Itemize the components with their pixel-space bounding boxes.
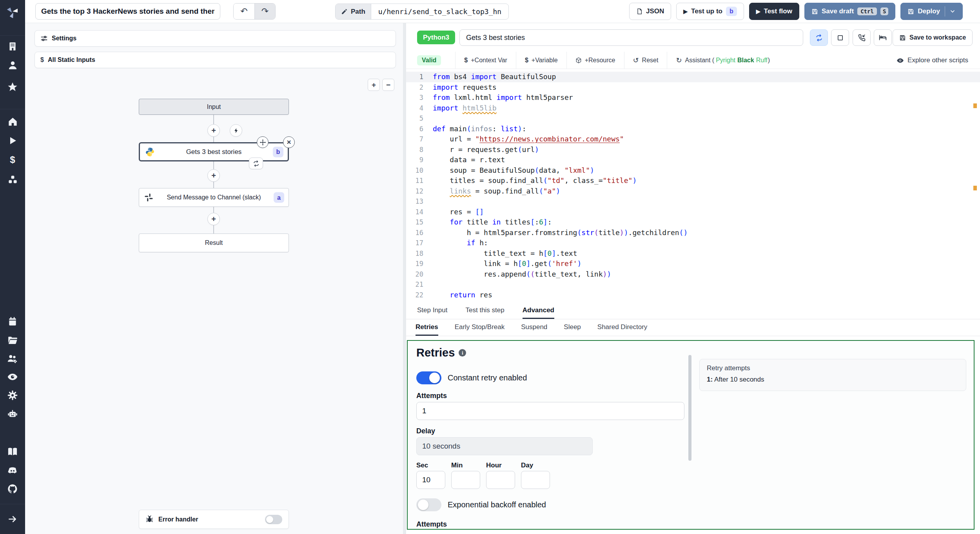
min-input[interactable] [451, 471, 480, 489]
error-handler-toggle[interactable] [265, 515, 282, 524]
runs-play-icon[interactable] [0, 132, 25, 149]
tab-suspend[interactable]: Suspend [521, 319, 547, 336]
folders-icon[interactable] [0, 331, 25, 349]
save-draft-button[interactable]: Save draft Ctrl S [804, 3, 895, 20]
path-value[interactable]: u/henri/send_to_slack_top3_hn [371, 4, 508, 19]
settings-gear-icon[interactable] [0, 387, 25, 404]
tab-step-input[interactable]: Step Input [417, 302, 448, 319]
hour-input[interactable] [486, 471, 515, 489]
step-name-input[interactable] [459, 29, 803, 46]
tab-early-stop-break[interactable]: Early Stop/Break [455, 319, 505, 336]
assistant-label: Assistant ( [685, 57, 714, 64]
favorites-star-icon[interactable] [0, 78, 25, 96]
delete-step-button[interactable]: × [283, 136, 295, 148]
discord-icon[interactable] [0, 462, 25, 479]
deploy-button[interactable]: Deploy [900, 3, 963, 20]
flow-node-step-a[interactable]: Send Message to Channel (slack) a [139, 188, 289, 207]
save-icon [811, 8, 818, 15]
variables-dollar-icon[interactable]: $ [0, 151, 25, 168]
redo-button[interactable]: ↷ [254, 4, 275, 19]
deploy-dropdown[interactable] [945, 6, 956, 16]
line-number: 12 [406, 186, 423, 197]
step-b-badge: b [273, 147, 283, 157]
exponential-backoff-toggle[interactable] [416, 498, 441, 511]
zoom-in-button[interactable]: + [368, 79, 380, 91]
undo-button[interactable]: ↶ [234, 4, 254, 19]
zoom-out-button[interactable]: − [382, 79, 394, 91]
workers-robot-icon[interactable] [0, 405, 25, 422]
flow-title-input[interactable] [35, 3, 220, 20]
users-icon[interactable] [0, 56, 25, 74]
topbar: ↶ ↷ Path u/henri/send_to_slack_top3_hn J… [25, 0, 980, 23]
add-context-var-button[interactable]: $ +Context Var [455, 52, 516, 69]
flow-node-result[interactable]: Result [139, 234, 289, 252]
attempts-label: Attempts [416, 392, 447, 400]
flow-settings-button[interactable]: Settings [34, 30, 396, 47]
retry-attempts-preview: Retry attempts 1: After 10 seconds [699, 359, 966, 391]
error-handler-card[interactable]: Error handler [139, 510, 289, 529]
assistant-button[interactable]: ↻ Assistant ( Pyright Black Ruff ) [667, 52, 779, 69]
constant-retry-toggle[interactable] [416, 371, 441, 384]
github-icon[interactable] [0, 480, 25, 498]
workspace-building-icon[interactable] [0, 38, 25, 55]
stop-square-button[interactable] [831, 29, 849, 46]
insert-step-button[interactable]: + [207, 213, 220, 225]
sec-input[interactable] [416, 471, 445, 489]
line-number: 5 [406, 113, 423, 124]
lightning-icon [233, 128, 239, 134]
resources-boxes-icon[interactable] [0, 171, 25, 188]
sleep-bed-button[interactable] [874, 29, 892, 46]
insert-step-button[interactable]: + [207, 124, 220, 137]
tab-advanced[interactable]: Advanced [523, 302, 554, 319]
editor-header: Python3 Save to workspace [406, 23, 980, 52]
phone-incoming-button[interactable] [853, 29, 871, 46]
bug-icon [145, 515, 154, 523]
audit-eye-icon[interactable] [0, 368, 25, 386]
code-line: 12 links = soup.find_all("a") [406, 186, 980, 197]
schedules-calendar-icon[interactable] [0, 313, 25, 330]
docs-book-icon[interactable] [0, 443, 25, 460]
code-editor[interactable]: 1from bs4 import BeautifulSoup2import re… [406, 69, 980, 302]
app-sidebar: $ [0, 0, 25, 534]
tab-shared-directory[interactable]: Shared Directory [597, 319, 648, 336]
expand-sidebar-arrow-icon[interactable] [0, 510, 25, 528]
test-flow-button[interactable]: ▶ Test flow [749, 3, 799, 20]
explore-other-scripts-button[interactable]: Explore other scripts [897, 52, 968, 69]
tab-test-this-step[interactable]: Test this step [466, 302, 505, 319]
tab-sleep[interactable]: Sleep [564, 319, 581, 336]
sidebar-separator [0, 35, 25, 36]
insert-step-button[interactable]: + [207, 169, 220, 182]
panel-resize-divider[interactable] [403, 23, 406, 534]
tab-retries[interactable]: Retries [416, 319, 438, 336]
all-static-inputs-button[interactable]: $ All Static Inputs [34, 52, 396, 68]
attempts-input[interactable] [416, 402, 684, 420]
json-button[interactable]: JSON [629, 3, 671, 20]
loop-mode-button[interactable] [810, 29, 828, 46]
code-line: 20 res.append((title_text, link)) [406, 269, 980, 280]
reset-button[interactable]: ↺ Reset [624, 52, 667, 69]
line-number: 2 [406, 82, 423, 93]
code-line: 19 link = h[0].get('href') [406, 259, 980, 269]
retries-scrollbar[interactable] [688, 355, 691, 461]
groups-users-gear-icon[interactable] [0, 350, 25, 367]
flow-node-input[interactable]: Input [139, 99, 289, 115]
add-variable-button[interactable]: $ +Variable [516, 52, 566, 69]
day-input[interactable] [521, 471, 550, 489]
code-line: 5 [406, 113, 980, 124]
trigger-bolt-button[interactable] [230, 124, 242, 137]
home-icon[interactable] [0, 113, 25, 130]
test-up-to-button[interactable]: ▶ Test up to b [676, 3, 744, 20]
add-resource-button[interactable]: +Resource [566, 52, 624, 69]
code-line: 22 return res [406, 290, 980, 300]
save-to-workspace-button[interactable]: Save to workspace [893, 29, 973, 46]
windmill-logo-icon[interactable] [0, 3, 25, 20]
move-step-button[interactable] [257, 136, 269, 148]
path-label: Path [351, 8, 365, 16]
kbd-s: S [880, 7, 888, 15]
line-number: 10 [406, 165, 423, 176]
loop-wrap-button[interactable] [249, 157, 263, 169]
info-icon[interactable]: i [459, 349, 466, 357]
eye-icon [897, 57, 904, 64]
line-number: 1 [406, 72, 423, 82]
path-chip[interactable]: Path [336, 4, 371, 19]
